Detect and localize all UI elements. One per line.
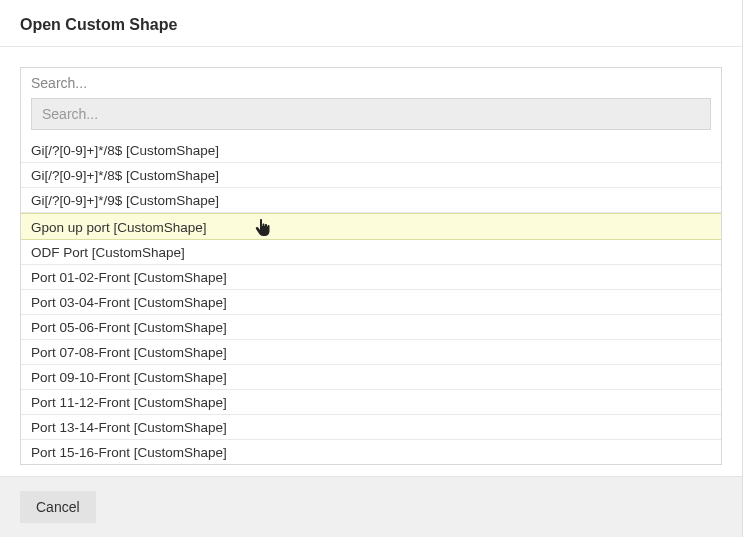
pointer-cursor-icon <box>255 219 271 237</box>
list-item[interactable]: Port 13-14-Front [CustomShape] <box>21 415 721 440</box>
list-item[interactable]: Port 09-10-Front [CustomShape] <box>21 365 721 390</box>
list-item-label: Port 15-16-Front [CustomShape] <box>31 445 227 460</box>
list-item[interactable]: Gi[/?[0-9]+]*/8$ [CustomShape] <box>21 146 721 163</box>
list-item[interactable]: Gi[/?[0-9]+]*/8$ [CustomShape] <box>21 163 721 188</box>
list-item-label: Gpon up port [CustomShape] <box>31 220 207 235</box>
list-item[interactable]: Port 01-02-Front [CustomShape] <box>21 265 721 290</box>
list-item-label: Gi[/?[0-9]+]*/8$ [CustomShape] <box>31 146 219 158</box>
cancel-button[interactable]: Cancel <box>20 491 96 523</box>
list-item-label: Port 11-12-Front [CustomShape] <box>31 395 227 410</box>
list-item[interactable]: Port 05-06-Front [CustomShape] <box>21 315 721 340</box>
list-item[interactable]: Port 15-16-Front [CustomShape] <box>21 440 721 464</box>
list-item[interactable]: Gpon up port [CustomShape] <box>21 213 721 240</box>
list-item[interactable]: Port 07-08-Front [CustomShape] <box>21 340 721 365</box>
dialog-body: Search... Gi[/?[0-9]+]*/8$ [CustomShape]… <box>0 47 742 476</box>
list-item-label: Port 07-08-Front [CustomShape] <box>31 345 227 360</box>
list-item-label: Gi[/?[0-9]+]*/9$ [CustomShape] <box>31 193 219 208</box>
list-item[interactable]: Gi[/?[0-9]+]*/9$ [CustomShape] <box>21 188 721 213</box>
shape-listbox: Search... Gi[/?[0-9]+]*/8$ [CustomShape]… <box>20 67 722 465</box>
list-item-label: Port 09-10-Front [CustomShape] <box>31 370 227 385</box>
list-item[interactable]: Port 11-12-Front [CustomShape] <box>21 390 721 415</box>
search-input[interactable] <box>31 98 711 130</box>
list-item-label: ODF Port [CustomShape] <box>31 245 185 260</box>
list-item-label: Port 05-06-Front [CustomShape] <box>31 320 227 335</box>
list-item-label: Port 13-14-Front [CustomShape] <box>31 420 227 435</box>
search-row <box>21 98 721 138</box>
list-item-label: Gi[/?[0-9]+]*/8$ [CustomShape] <box>31 168 219 183</box>
dialog-footer: Cancel <box>0 476 742 537</box>
scroll-spacer-top <box>21 138 721 146</box>
list-item-label: Port 03-04-Front [CustomShape] <box>31 295 227 310</box>
list-item[interactable]: Port 03-04-Front [CustomShape] <box>21 290 721 315</box>
search-label: Search... <box>21 68 721 98</box>
dialog-title: Open Custom Shape <box>20 16 722 34</box>
list-item-label: Port 01-02-Front [CustomShape] <box>31 270 227 285</box>
list-item[interactable]: ODF Port [CustomShape] <box>21 240 721 265</box>
open-custom-shape-dialog: Open Custom Shape Search... Gi[/?[0-9]+]… <box>0 0 743 537</box>
shape-list[interactable]: Gi[/?[0-9]+]*/8$ [CustomShape]Gi[/?[0-9]… <box>21 138 721 464</box>
dialog-header: Open Custom Shape <box>0 0 742 47</box>
